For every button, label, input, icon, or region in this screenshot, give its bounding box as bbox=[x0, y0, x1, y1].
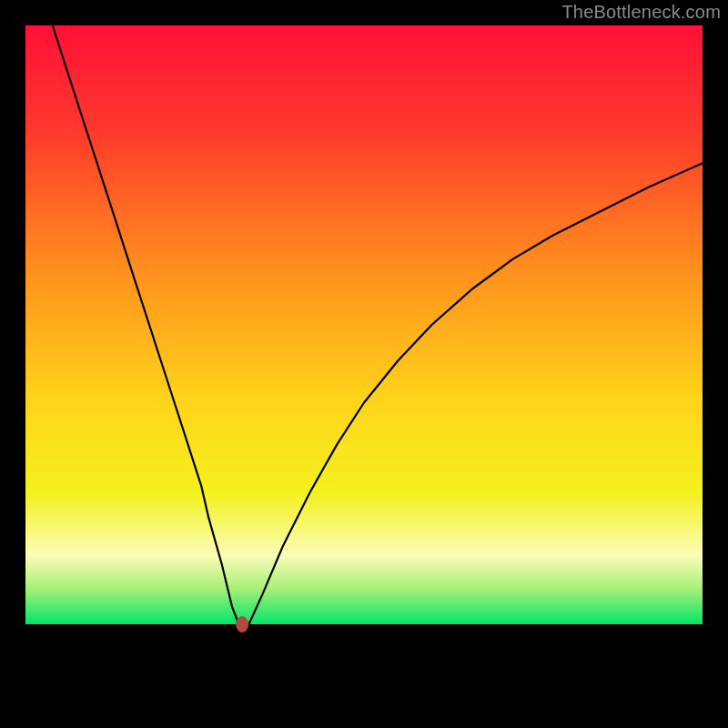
minimum-marker bbox=[236, 616, 248, 632]
gradient-background bbox=[25, 25, 703, 624]
baseline-band bbox=[25, 624, 703, 703]
bottleneck-chart bbox=[25, 25, 703, 703]
watermark-text: TheBottleneck.com bbox=[561, 2, 721, 23]
chart-frame: TheBottleneck.com bbox=[0, 0, 728, 728]
